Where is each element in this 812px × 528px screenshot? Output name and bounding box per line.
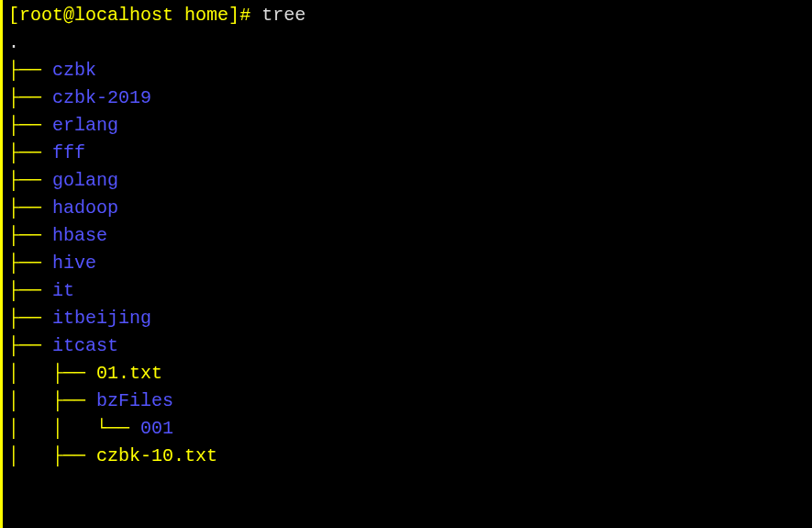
tree-entry: ├── itbeijing	[8, 305, 812, 332]
directory-name: hadoop	[52, 197, 118, 219]
prompt-line: [root@localhost home]# tree	[8, 2, 812, 29]
tree-entry: ├── hadoop	[8, 195, 812, 222]
directory-name: itbeijing	[52, 308, 151, 329]
tree-connector: │ ├──	[8, 390, 96, 411]
prompt-cwd: home	[184, 5, 228, 26]
tree-entry: ├── czbk	[8, 57, 812, 84]
tree-connector: │ ├──	[8, 363, 96, 384]
tree-entry: ├── erlang	[8, 112, 812, 140]
tree-entry: ├── czbk-2019	[8, 84, 812, 112]
command-text: tree	[250, 5, 306, 26]
tree-entry: ├── fff	[8, 140, 812, 167]
directory-name: hive	[52, 253, 96, 274]
directory-name: czbk	[52, 60, 96, 81]
tree-connector: ├──	[8, 225, 52, 246]
directory-name: czbk-2019	[52, 87, 151, 108]
directory-name: golang	[52, 170, 118, 191]
tree-connector: ├──	[8, 170, 52, 191]
tree-root-dot: .	[8, 29, 812, 57]
terminal-output: [root@localhost home]# tree . ├── czbk├─…	[3, 0, 812, 470]
file-name: 01.txt	[96, 363, 162, 384]
prompt-at: @	[63, 5, 74, 26]
directory-name: fff	[52, 142, 85, 163]
bracket-open: [	[8, 5, 19, 26]
tree-entry: ├── itcast	[8, 332, 812, 360]
tree-entry: │ ├── bzFiles	[8, 388, 812, 415]
tree-connector: ├──	[8, 308, 52, 329]
tree-entry: ├── hbase	[8, 222, 812, 250]
directory-name: it	[52, 280, 74, 301]
bracket-close: ]	[228, 5, 239, 26]
prompt-user: root	[19, 5, 63, 26]
tree-entry: │ ├── czbk-10.txt	[8, 443, 812, 470]
tree-connector: ├──	[8, 335, 52, 356]
tree-entry: ├── it	[8, 277, 812, 305]
directory-name: bzFiles	[96, 390, 173, 411]
tree-entry: ├── golang	[8, 167, 812, 195]
tree-connector: ├──	[8, 115, 52, 136]
tree-connector: ├──	[8, 142, 52, 163]
prompt-symbol: #	[239, 5, 250, 26]
directory-name: erlang	[52, 115, 118, 136]
tree-connector: ├──	[8, 87, 52, 108]
tree-entry: │ ├── 01.txt	[8, 360, 812, 388]
tree-entry: ├── hive	[8, 250, 812, 277]
tree-connector: ├──	[8, 280, 52, 301]
tree-connector: │ ├──	[8, 445, 96, 466]
directory-name: itcast	[52, 335, 118, 356]
tree-entry: │ │ └── 001	[8, 415, 812, 443]
file-name: czbk-10.txt	[96, 445, 217, 466]
tree-connector: │ │ └──	[8, 418, 140, 439]
tree-connector: ├──	[8, 197, 52, 219]
prompt-space	[173, 5, 184, 26]
tree-listing: ├── czbk├── czbk-2019├── erlang├── fff├─…	[8, 57, 812, 470]
tree-connector: ├──	[8, 253, 52, 274]
directory-name: 001	[140, 418, 173, 439]
tree-connector: ├──	[8, 60, 52, 81]
prompt-host: localhost	[74, 5, 173, 26]
directory-name: hbase	[52, 225, 107, 246]
